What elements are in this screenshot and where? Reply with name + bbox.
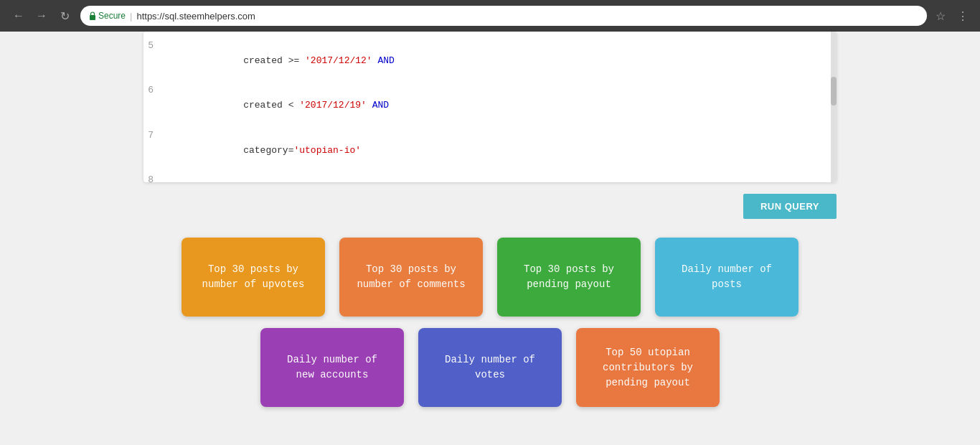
code-kw-and1: AND [372, 55, 395, 66]
code-kw-and2: AND [367, 100, 389, 111]
code-string-date2: '2017/12/19' [299, 100, 367, 111]
browser-toolbar: ← → ↻ Secure | https://sql.steemhelpers.… [0, 0, 980, 32]
run-query-button[interactable]: RUN QUERY [743, 194, 837, 219]
url-text: https://sql.steemhelpers.com [136, 11, 255, 22]
card-comments[interactable]: Top 30 posts bynumber of comments [339, 238, 483, 317]
card-daily-posts-label: Daily number ofposts [682, 262, 772, 292]
code-line-8: 8 ORDER BY pending_payout_value DESC [143, 173, 837, 182]
card-votes[interactable]: Daily number ofvotes [418, 328, 562, 407]
code-text-7: category='utopian-io' [165, 128, 361, 173]
secure-badge: Secure [89, 11, 126, 21]
code-line-5: 5 created >= '2017/12/12' AND [143, 39, 837, 83]
line-number-8: 8 [143, 173, 165, 182]
code-line-7: 7 category='utopian-io' [143, 128, 837, 173]
card-utopian[interactable]: Top 50 utopian contributors by pending p… [576, 328, 720, 407]
code-indent-2: created < [221, 100, 299, 111]
address-bar[interactable]: Secure | https://sql.steemhelpers.com [80, 6, 927, 26]
code-line-6: 6 created < '2017/12/19' AND [143, 83, 837, 128]
reload-button[interactable]: ↻ [55, 6, 75, 26]
card-votes-label: Daily number ofvotes [445, 352, 535, 383]
page-content: 5 created >= '2017/12/12' AND 6 created … [0, 32, 980, 445]
line-number-5: 5 [143, 39, 165, 54]
card-upvotes[interactable]: Top 30 posts bynumber of upvotes [182, 238, 325, 317]
star-button[interactable]: ☆ [933, 6, 948, 26]
forward-button[interactable]: → [32, 6, 52, 26]
card-utopian-label: Top 50 utopian contributors by pending p… [588, 345, 708, 390]
card-new-accounts[interactable]: Daily number ofnew accounts [260, 328, 404, 407]
code-editor[interactable]: 5 created >= '2017/12/12' AND 6 created … [143, 32, 837, 182]
code-text-6: created < '2017/12/19' AND [165, 83, 389, 128]
code-category: category= [221, 145, 293, 156]
card-new-accounts-label: Daily number ofnew accounts [287, 352, 377, 383]
line-number-7: 7 [143, 128, 165, 144]
card-pending-payout[interactable]: Top 30 posts bypending payout [497, 238, 641, 317]
code-editor-wrapper: 5 created >= '2017/12/12' AND 6 created … [143, 32, 837, 182]
cards-section: Top 30 posts bynumber of upvotes Top 30 … [0, 230, 980, 414]
browser-actions: ☆ ⋮ [933, 6, 971, 26]
url-separator: | [130, 11, 132, 22]
cards-row-2: Daily number ofnew accounts Daily number… [143, 328, 837, 407]
nav-buttons: ← → ↻ [9, 6, 75, 26]
code-indent: created >= [221, 55, 305, 66]
run-query-section: RUN QUERY [0, 182, 980, 230]
menu-button[interactable]: ⋮ [954, 6, 971, 26]
code-string-date1: '2017/12/12' [305, 55, 372, 66]
code-string-category: 'utopian-io' [293, 145, 361, 156]
svg-rect-0 [90, 15, 95, 20]
code-text-8: ORDER BY pending_payout_value DESC [165, 173, 411, 182]
secure-label: Secure [98, 11, 126, 21]
cards-row-1: Top 30 posts bynumber of upvotes Top 30 … [143, 238, 837, 317]
card-comments-label: Top 30 posts bynumber of comments [357, 262, 465, 292]
card-pending-payout-label: Top 30 posts bypending payout [524, 262, 614, 292]
card-daily-posts[interactable]: Daily number ofposts [655, 238, 798, 317]
card-upvotes-label: Top 30 posts bynumber of upvotes [202, 262, 305, 292]
line-number-6: 6 [143, 83, 165, 98]
scrollbar-thumb[interactable] [831, 77, 837, 106]
back-button[interactable]: ← [9, 6, 29, 26]
scrollbar-track [831, 32, 837, 182]
code-text-5: created >= '2017/12/12' AND [165, 39, 395, 83]
